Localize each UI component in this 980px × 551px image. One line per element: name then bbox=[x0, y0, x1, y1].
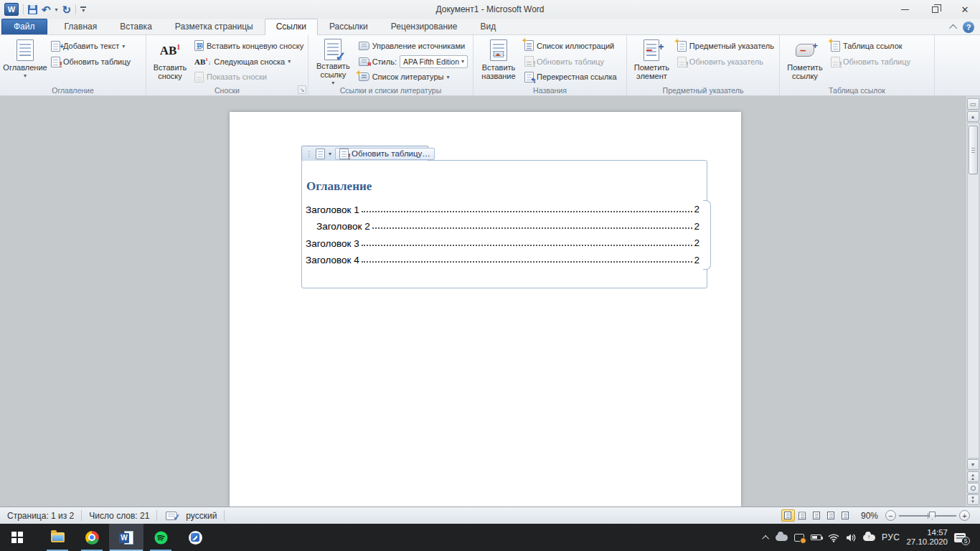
dropdown-arrow-icon: ▾ bbox=[288, 58, 291, 65]
wifi-icon[interactable] bbox=[828, 533, 839, 542]
minimize-ribbon-icon[interactable] bbox=[949, 24, 957, 32]
page-indicator[interactable]: Страница: 1 из 2 bbox=[0, 511, 81, 521]
drag-handle-icon[interactable]: ⋮ bbox=[306, 150, 312, 158]
next-footnote-button[interactable]: АВ1↓ Следующая сноска▾ bbox=[192, 54, 306, 70]
close-button[interactable]: ✕ bbox=[950, 0, 980, 19]
group-captions: Вставить название ✦ Список иллюстраций !… bbox=[473, 35, 627, 95]
scroll-down-icon[interactable]: ▼ bbox=[967, 459, 979, 470]
citation-style-select[interactable]: APA Fifth Edition ▾ bbox=[400, 55, 468, 68]
cloud-upload-icon[interactable]: ↑ bbox=[863, 534, 875, 541]
update-table-icon: ! bbox=[831, 57, 840, 67]
view-shortcuts bbox=[781, 509, 852, 522]
toc-entry[interactable]: Заголовок 12 bbox=[306, 198, 699, 215]
proofing-status-icon[interactable] bbox=[166, 512, 177, 520]
bibliography-button[interactable]: ✦ Список литературы▾ bbox=[357, 69, 470, 85]
full-screen-reading-view-icon[interactable] bbox=[796, 509, 809, 522]
insert-citation-button[interactable]: ✓ Вставить ссылку ▾ bbox=[313, 37, 354, 85]
tray-expand-icon[interactable] bbox=[762, 534, 769, 542]
tab-references[interactable]: Ссылки bbox=[265, 19, 318, 35]
outline-view-icon[interactable] bbox=[824, 509, 838, 522]
taskbar-spotify[interactable] bbox=[143, 524, 178, 551]
zoom-slider[interactable] bbox=[899, 510, 956, 521]
next-page-icon[interactable]: ▼▼ bbox=[967, 494, 979, 505]
document-area: ⋮ ▾ ! Обновить таблицу… Оглавление Загол… bbox=[0, 96, 980, 507]
style-icon: я bbox=[359, 57, 369, 66]
word-logo-icon[interactable]: W bbox=[4, 3, 19, 16]
tab-view[interactable]: Вид bbox=[468, 19, 507, 34]
cross-reference-button[interactable]: ↰ Перекрестная ссылка bbox=[522, 69, 619, 85]
undo-icon[interactable]: ↶ bbox=[42, 5, 51, 14]
select-browse-object-icon[interactable] bbox=[967, 483, 979, 494]
help-icon[interactable]: ? bbox=[963, 22, 974, 33]
taskbar-app[interactable] bbox=[178, 524, 212, 551]
mark-citation-button[interactable]: Пометить ссылку bbox=[784, 37, 826, 85]
taskbar-word[interactable]: W bbox=[109, 524, 143, 551]
divider bbox=[224, 510, 225, 521]
toc-update-table-button[interactable]: ! Обновить таблицу… bbox=[335, 148, 435, 160]
dropdown-arrow-icon: ▾ bbox=[461, 58, 464, 65]
onedrive-icon[interactable] bbox=[776, 534, 788, 541]
update-figures-table-button: ! Обновить таблицу bbox=[522, 54, 619, 70]
toc-field[interactable]: Оглавление Заголовок 12 Заголовок 22 Заг… bbox=[301, 160, 707, 288]
taskbar-chrome[interactable] bbox=[75, 524, 109, 551]
undo-dropdown-icon[interactable]: ▾ bbox=[55, 6, 58, 13]
previous-page-icon[interactable]: ▲▲ bbox=[967, 471, 979, 482]
dropdown-arrow-icon[interactable]: ▾ bbox=[329, 151, 331, 157]
zoom-out-icon[interactable]: − bbox=[885, 510, 896, 521]
toc-entry[interactable]: Заголовок 32 bbox=[306, 232, 699, 249]
manage-sources-button[interactable]: Управление источниками bbox=[357, 38, 470, 54]
minimize-button[interactable] bbox=[890, 0, 920, 19]
toc-menu-icon[interactable] bbox=[316, 149, 325, 159]
taskbar-file-explorer[interactable] bbox=[40, 524, 75, 551]
tab-home[interactable]: Главная bbox=[53, 19, 109, 34]
tab-mailings[interactable]: Рассылки bbox=[318, 19, 380, 34]
scroll-up-icon[interactable]: ▲ bbox=[967, 111, 979, 122]
toc-entry[interactable]: Заголовок 42 bbox=[306, 249, 699, 266]
customize-qat-icon[interactable]: ▾ bbox=[80, 6, 86, 12]
web-layout-view-icon[interactable] bbox=[810, 509, 824, 522]
display-notification-icon[interactable] bbox=[794, 534, 804, 542]
tab-insert[interactable]: Вставка bbox=[108, 19, 164, 34]
add-text-button[interactable]: + Добавить текст▾ bbox=[49, 38, 133, 54]
battery-icon[interactable] bbox=[811, 534, 821, 540]
tab-review[interactable]: Рецензирование bbox=[380, 19, 469, 34]
print-layout-view-icon[interactable] bbox=[781, 509, 795, 522]
zoom-in-icon[interactable]: + bbox=[959, 510, 970, 521]
action-center-icon[interactable]: 5 bbox=[954, 533, 966, 542]
group-table-of-contents: Оглавление ▾ + Добавить текст▾ ! Обновит… bbox=[0, 35, 146, 95]
table-of-figures-button[interactable]: ✦ Список иллюстраций bbox=[522, 38, 619, 54]
manage-sources-icon bbox=[359, 42, 369, 50]
clock[interactable]: 14:57 27.10.2020 bbox=[906, 528, 948, 547]
document-page[interactable]: ⋮ ▾ ! Обновить таблицу… Оглавление Загол… bbox=[230, 112, 741, 507]
word-count[interactable]: Число слов: 21 bbox=[82, 511, 156, 521]
tab-file[interactable]: Файл bbox=[1, 19, 47, 34]
zoom-level[interactable]: 90% bbox=[861, 511, 878, 521]
vertical-scrollbar[interactable]: ▭ ▲ ▼ ▲▲ ▼▼ bbox=[965, 96, 980, 507]
input-language-indicator[interactable]: РУС bbox=[882, 532, 900, 542]
zoom-slider-thumb[interactable] bbox=[929, 512, 936, 520]
scroll-track[interactable] bbox=[967, 123, 979, 458]
insert-index-button[interactable]: ✦ Предметный указатель bbox=[675, 38, 776, 54]
redo-icon[interactable]: ↻ bbox=[62, 5, 72, 14]
mark-entry-button[interactable]: –+ Пометить элемент bbox=[631, 37, 672, 85]
insert-table-of-authorities-button[interactable]: ✦ Таблица ссылок bbox=[829, 38, 913, 54]
tab-page-layout[interactable]: Разметка страницы bbox=[164, 19, 265, 34]
time: 14:57 bbox=[906, 528, 948, 537]
notification-count-badge: 5 bbox=[961, 537, 970, 545]
restore-button[interactable] bbox=[920, 0, 950, 19]
save-icon[interactable] bbox=[28, 5, 37, 14]
chrome-icon bbox=[85, 531, 99, 545]
insert-caption-button[interactable]: Вставить название bbox=[478, 37, 519, 85]
scroll-thumb[interactable] bbox=[969, 126, 978, 174]
toc-heading[interactable]: Оглавление bbox=[306, 179, 699, 194]
language-indicator[interactable]: русский bbox=[186, 511, 217, 521]
insert-endnote-button[interactable]: [i] Вставить концевую сноску bbox=[192, 38, 306, 54]
toc-button[interactable]: Оглавление ▾ bbox=[4, 37, 46, 85]
view-ruler-icon[interactable]: ▭ bbox=[967, 98, 979, 110]
draft-view-icon[interactable] bbox=[839, 509, 852, 522]
insert-footnote-button[interactable]: АВ1 Вставить сноску bbox=[151, 37, 189, 85]
start-button[interactable] bbox=[0, 524, 34, 551]
volume-icon[interactable] bbox=[846, 533, 857, 542]
toc-entry[interactable]: Заголовок 22 bbox=[306, 215, 699, 232]
update-table-button[interactable]: ! Обновить таблицу bbox=[49, 54, 133, 70]
